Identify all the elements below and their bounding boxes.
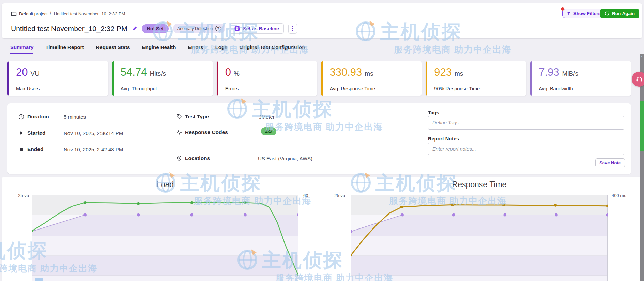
metric-card-90-response-time: 923ms 90% Response Time — [426, 61, 526, 96]
metric-value: 54.74 — [121, 66, 147, 78]
metric-card-avg-response-time: 330.93ms Avg. Response Time — [321, 61, 422, 96]
metric-label: Avg. Throughput — [121, 86, 157, 91]
load-chart — [32, 195, 298, 281]
report-notes-label: Report Notes: — [428, 136, 461, 142]
tab-logs[interactable]: Logs — [215, 44, 228, 54]
breadcrumb: Default project / Untitled test November… — [11, 11, 125, 16]
more-actions-button[interactable] — [288, 24, 297, 34]
started-value: Nov 10, 2025, 2:36:14 PM — [64, 130, 123, 136]
load-right-axis-label: 60 — [303, 193, 308, 198]
locations-value: US East (Virginia, AWS) — [258, 156, 312, 161]
metric-card-avg-throughput: 54.74Hits/s Avg. Throughput — [112, 61, 213, 96]
locations-label: Locations — [185, 155, 210, 161]
metric-unit: VU — [30, 70, 39, 77]
test-type-value: JMeter — [259, 114, 275, 120]
response-codes-label: Response Codes — [185, 129, 228, 135]
tags-input[interactable] — [428, 116, 624, 130]
breadcrumb-separator: / — [50, 10, 51, 16]
test-type-label: Test Type — [185, 114, 209, 120]
baseline-icon: B — [234, 26, 240, 31]
header-card: Default project / Untitled test November… — [2, 3, 642, 38]
status-badge[interactable]: Not Set — [142, 24, 169, 33]
metric-label: Errors — [225, 86, 239, 91]
tab-summary[interactable]: Summary — [10, 44, 33, 54]
tab-request-stats[interactable]: Request Stats — [96, 44, 130, 54]
started-label: Started — [27, 130, 45, 136]
metric-card-avg-bandwidth: 7.93MiB/s Avg. Bandwidth — [530, 61, 631, 96]
response-code-badge[interactable]: 2xx — [261, 127, 276, 135]
tab-bar: Summary Timeline Report Request Stats En… — [10, 44, 305, 54]
clock-icon — [18, 114, 24, 120]
ended-label: Ended — [27, 146, 43, 152]
response-time-chart-title: Response Time — [351, 180, 608, 189]
response-codes-row: Response Codes — [176, 129, 228, 136]
response-time-chart — [351, 195, 608, 281]
ended-row: Ended — [18, 146, 43, 153]
run-again-label: Run Again — [612, 11, 635, 16]
title-row: Untitled test November_10_2:32 PM Not Se… — [11, 23, 297, 34]
play-icon[interactable] — [18, 131, 24, 135]
duration-value: 5 minutes — [64, 114, 86, 120]
metric-card-max-users: 20VU Max Users — [7, 61, 108, 96]
restart-icon — [604, 11, 610, 16]
load-chart-title: Load — [32, 180, 298, 189]
metric-label: Max Users — [16, 86, 40, 91]
duration-label: Duration — [27, 114, 49, 120]
tags-label: Tags — [428, 110, 439, 115]
help-icon[interactable]: ? — [215, 26, 221, 31]
breadcrumb-project-link[interactable]: Default project — [19, 11, 48, 16]
show-filters-button[interactable]: Show Filters — [562, 9, 605, 18]
metric-value: 20 — [16, 66, 28, 78]
metric-unit: MiB/s — [562, 70, 578, 77]
tab-engine-health[interactable]: Engine Health — [142, 44, 176, 54]
started-row: Started — [18, 129, 45, 137]
report-notes-input[interactable] — [428, 143, 624, 155]
metrics-row: 20VU Max Users 54.74Hits/s Avg. Throughp… — [7, 61, 631, 96]
pulse-icon — [176, 130, 182, 135]
metric-value: 7.93 — [539, 66, 559, 78]
app-root: Default project / Untitled test November… — [0, 0, 644, 281]
breadcrumb-current: Untitled test November_10_2:32 PM — [54, 11, 125, 16]
metric-unit: % — [234, 70, 240, 77]
response-right-axis-label: 400 ms — [612, 193, 626, 198]
load-left-axis-label: 25 vu — [14, 193, 29, 198]
stop-icon — [18, 148, 24, 151]
headset-icon — [636, 76, 643, 82]
metric-unit: Hits/s — [150, 70, 166, 77]
scrollbar-track[interactable]: ▲ — [640, 54, 644, 281]
response-left-axis-label: 25 vu — [329, 193, 345, 198]
edit-title-icon[interactable] — [132, 26, 137, 31]
anomaly-detection-label: Anomaly Detection — [177, 26, 213, 31]
metric-unit: ms — [455, 70, 463, 77]
save-note-button[interactable]: Save Note — [595, 158, 625, 167]
test-type-row: Test Type — [176, 113, 209, 120]
location-pin-icon — [176, 156, 182, 161]
funnel-icon — [567, 11, 571, 16]
metric-unit: ms — [365, 70, 373, 77]
report-title: Untitled test November_10_2:32 PM — [11, 25, 127, 33]
set-as-baseline-label: Set as Baseline — [243, 26, 279, 31]
test-details-panel: Duration 5 minutes Started Nov 10, 2025,… — [7, 103, 631, 174]
notification-dot — [561, 7, 564, 11]
scroll-up-arrow[interactable]: ▲ — [640, 55, 644, 58]
scrollbar-thumb[interactable] — [640, 101, 644, 151]
set-as-baseline-button[interactable]: B Set as Baseline — [230, 23, 284, 34]
tab-original-test-configuration[interactable]: Original Test Configuration — [239, 44, 305, 54]
tab-errors[interactable]: Errors — [188, 44, 203, 54]
metric-value: 330.93 — [329, 66, 362, 78]
metric-card-errors: 0% Errors — [217, 61, 318, 96]
anomaly-detection-toggle[interactable]: Anomaly Detection ? — [173, 24, 225, 33]
duration-row: Duration — [18, 113, 49, 120]
metric-label: Avg. Response Time — [329, 86, 375, 91]
run-again-button[interactable]: Run Again — [600, 9, 639, 18]
metric-label: 90% Response Time — [434, 86, 480, 91]
tag-icon — [176, 114, 182, 119]
show-filters-label: Show Filters — [573, 11, 601, 16]
metric-value: 0 — [225, 66, 231, 78]
folder-icon — [11, 11, 17, 16]
tab-timeline-report[interactable]: Timeline Report — [45, 44, 84, 54]
locations-row: Locations — [176, 154, 210, 162]
metric-value: 923 — [434, 66, 452, 78]
ended-value: Nov 10, 2025, 2:42:48 PM — [64, 147, 123, 152]
support-float-button[interactable] — [632, 72, 644, 87]
